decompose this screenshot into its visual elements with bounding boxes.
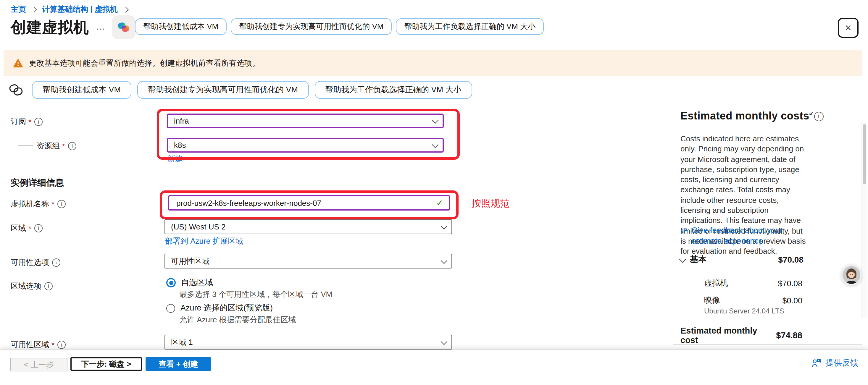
chevron-down-icon [441, 338, 447, 345]
region-dropdown[interactable]: (US) West US 2 [164, 219, 452, 234]
info-icon[interactable]: i [68, 142, 76, 150]
zone-option-azure-select[interactable]: Azure 选择的区域(预览版) [166, 303, 273, 314]
copilot-prompt-high-availability[interactable]: 帮助我创建专为实现高可用性而优化的 VM [231, 18, 392, 35]
breadcrumb: 主页 计算基础结构 | 虚拟机 [11, 4, 129, 15]
feedback-bubbles-icon [680, 226, 687, 236]
create-vm-page: 主页 计算基础结构 | 虚拟机 创建虚拟机 … 帮助我创建低成本 VM [0, 0, 868, 385]
copilot-prompt-row-inline: 帮助我创建低成本 VM 帮助我创建专为实现高可用性而优化的 VM 帮助我为工作负… [32, 81, 472, 99]
availability-options-dropdown[interactable]: 可用性区域 [164, 254, 452, 268]
radio-selected-icon[interactable] [166, 278, 176, 287]
copilot-prompt-high-availability[interactable]: 帮助我创建专为实现高可用性而优化的 VM [137, 81, 309, 99]
availability-zone-label: 可用性区域* i [11, 340, 66, 350]
deploy-extended-zone-link[interactable]: 部署到 Azure 扩展区域 [165, 236, 243, 247]
info-icon[interactable]: i [34, 224, 42, 232]
close-button[interactable]: ✕ [838, 18, 859, 38]
estimate-feedback-link[interactable]: Give feedback about your estimate experi… [680, 225, 811, 246]
panel-scrollbar-thumb[interactable] [863, 124, 866, 184]
copilot-icon [117, 20, 131, 34]
radio-unselected-icon[interactable] [166, 304, 175, 313]
chevron-right-icon [31, 6, 37, 12]
cost-group-value: $70.08 [778, 255, 804, 264]
vm-name-field-wrap: ✓ [168, 195, 450, 211]
annotation-note: 按照规范 [472, 197, 509, 210]
cost-total-value: $74.88 [776, 330, 802, 340]
vm-name-label: 虚拟机名称* i [11, 199, 66, 210]
availability-options-label: 可用性选项 i [11, 257, 60, 268]
copilot-prompt-low-cost[interactable]: 帮助我创建低成本 VM [32, 81, 131, 99]
collapse-panel-button[interactable] [805, 111, 813, 122]
zone-option-self-select[interactable]: 自选区域 [166, 277, 213, 288]
assistant-avatar[interactable] [841, 264, 862, 286]
cost-total-row: Estimated monthly cost $74.88 [680, 326, 802, 345]
tree-connector [18, 125, 33, 146]
warning-text: 更改基本选项可能会重置所做的选择。创建虚拟机前查看所有选项。 [29, 58, 260, 69]
zone-option-self-select-desc: 最多选择 3 个可用性区域，每个区域一台 VM [179, 289, 332, 300]
copilot-prompt-low-cost[interactable]: 帮助我创建低成本 VM [135, 18, 227, 35]
cost-item-vm: 虚拟机 $70.08 [704, 278, 802, 289]
more-options-button[interactable]: … [96, 21, 106, 32]
resource-group-dropdown[interactable]: k8s [167, 138, 444, 153]
copilot-button[interactable] [112, 15, 135, 39]
copilot-prompt-right-size[interactable]: 帮助我为工作负载选择正确的 VM 大小 [396, 18, 544, 35]
info-icon[interactable]: i [57, 341, 66, 349]
info-icon[interactable]: i [44, 282, 53, 290]
warning-banner: 更改基本选项可能会重置所做的选择。创建虚拟机前查看所有选项。 [4, 50, 862, 76]
next-step-disks-button[interactable]: 下一步: 磁盘 > [70, 357, 142, 371]
cost-item-image: 映像 $0.00 [704, 295, 802, 306]
panel-divider [673, 99, 673, 349]
resource-group-label: 资源组* i [37, 141, 76, 151]
instance-details-heading: 实例详细信息 [11, 178, 64, 189]
copilot-prompt-right-size[interactable]: 帮助我为工作负载选择正确的 VM 大小 [314, 81, 472, 99]
copilot-outline-icon [8, 82, 24, 100]
subscription-dropdown[interactable]: infra [167, 114, 444, 128]
copilot-prompt-row-top: 帮助我创建低成本 VM 帮助我创建专为实现高可用性而优化的 VM 帮助我为工作负… [135, 18, 544, 35]
region-label: 区域* i [11, 223, 42, 234]
chevron-down-icon [432, 141, 439, 148]
cost-group-row[interactable]: 基本 $70.08 [679, 254, 804, 265]
feedback-person-icon [812, 358, 822, 368]
cost-item-image-sub: Ubuntu Server 24.04 LTS [704, 307, 784, 315]
info-icon[interactable]: i [52, 258, 60, 267]
info-icon[interactable]: i [57, 200, 66, 208]
chevron-down-icon [441, 257, 447, 264]
clipped-form-row: 可用性区域* i 区域 1 [0, 331, 673, 350]
panel-hr [673, 344, 862, 345]
valid-check-icon: ✓ [436, 198, 443, 207]
info-icon[interactable]: i [814, 111, 823, 121]
breadcrumb-section-link[interactable]: 计算基础结构 | 虚拟机 [42, 4, 118, 15]
warning-icon [13, 59, 23, 68]
footer-bar: < 上一步 下一步: 磁盘 > 查看 + 创建 提供反馈 [0, 350, 868, 385]
chevron-down-icon [432, 117, 439, 124]
review-create-button[interactable]: 查看 + 创建 [146, 357, 211, 371]
create-new-resource-group-link[interactable]: 新建 [167, 154, 183, 164]
previous-step-button[interactable]: < 上一步 [10, 358, 67, 372]
chevron-down-icon[interactable] [679, 255, 686, 262]
zone-option-azure-select-desc: 允许 Azure 根据需要分配最佳区域 [179, 315, 296, 325]
zone-options-label: 区域选项 i [11, 281, 53, 292]
vm-name-input[interactable] [175, 198, 433, 208]
panel-hr [673, 319, 862, 319]
close-icon: ✕ [845, 23, 851, 33]
avatar-image [842, 266, 860, 284]
breadcrumb-home-link[interactable]: 主页 [11, 4, 26, 15]
cost-panel-title-row: Estimated monthly costs i [680, 110, 823, 122]
chevron-down-icon [441, 223, 447, 229]
give-feedback-link[interactable]: 提供反馈 [812, 358, 859, 368]
cost-panel-title: Estimated monthly costs [680, 110, 809, 122]
availability-zone-dropdown[interactable]: 区域 1 [164, 335, 452, 350]
chevron-right-icon [123, 6, 129, 12]
info-icon[interactable]: i [34, 118, 42, 126]
page-title: 创建虚拟机 [11, 17, 89, 38]
collapse-icon [805, 111, 813, 120]
